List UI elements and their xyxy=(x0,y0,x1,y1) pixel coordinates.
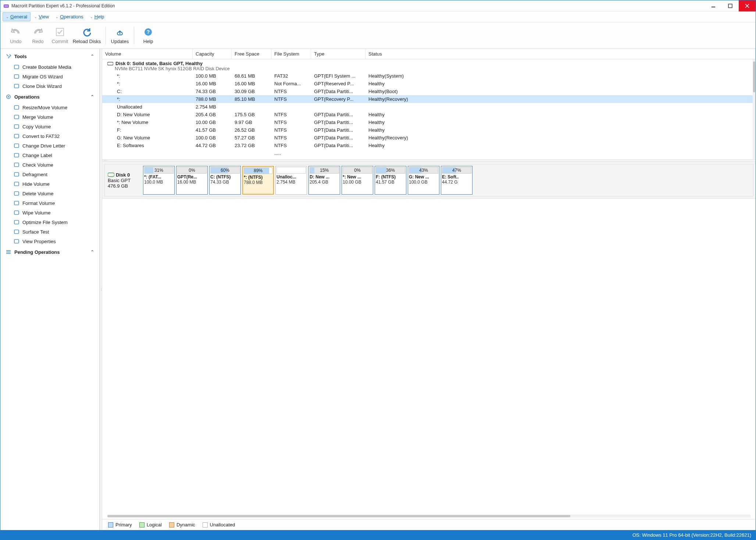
col-volume[interactable]: Volume xyxy=(102,49,193,59)
partition-box[interactable]: 43%G: New ...100.0 GB xyxy=(408,166,439,195)
commit-button[interactable]: Commit xyxy=(49,27,71,44)
sidebar-op-item[interactable]: Format Volume xyxy=(0,198,99,208)
sidebar-op-item[interactable]: Delete Volume xyxy=(0,189,99,198)
volume-row[interactable]: C:74.33 GB30.09 GBNTFSGPT(Data Partiti..… xyxy=(102,88,756,95)
partition-box[interactable]: 31%*: (FAT...100.0 MB xyxy=(143,166,175,195)
gear-icon xyxy=(6,94,11,100)
cell-free: 30.09 GB xyxy=(232,88,271,95)
usage-bar xyxy=(277,167,306,174)
sidebar-op-item[interactable]: Change Label xyxy=(0,150,99,160)
menu-help[interactable]: ⌄ Help xyxy=(87,13,107,21)
cell-fs: NTFS xyxy=(271,111,311,118)
menu-general[interactable]: ⌄ General xyxy=(3,12,31,21)
item-icon xyxy=(14,191,19,196)
sidebar-op-item[interactable]: Copy Volume xyxy=(0,122,99,131)
col-status[interactable]: Status xyxy=(365,49,756,59)
redo-button[interactable]: Redo xyxy=(27,27,49,44)
sidebar-op-item[interactable]: Surface Test xyxy=(0,227,99,237)
col-free[interactable]: Free Space xyxy=(232,49,271,59)
menubar: ⌄ General⌄ View⌄ Operations⌄ Help xyxy=(0,11,756,22)
close-button[interactable] xyxy=(739,0,756,11)
menu-operations[interactable]: ⌄ Operations xyxy=(53,13,86,21)
volume-row[interactable]: *:16.00 MB16.00 MBNot Forma...GPT(Reserv… xyxy=(102,80,756,88)
menu-view[interactable]: ⌄ View xyxy=(31,13,52,21)
col-capacity[interactable]: Capacity xyxy=(193,49,232,59)
volume-row[interactable]: *:100.0 MB68.61 MBFAT32GPT(EFI System ..… xyxy=(102,72,756,80)
partition-size: 41.57 GB xyxy=(376,180,405,185)
cell-type: GPT(Data Partiti... xyxy=(311,127,365,133)
item-icon xyxy=(14,238,19,244)
operations-section-header[interactable]: Operations ⌃ xyxy=(0,91,99,103)
legend: Primary Logical Dynamic Unallocated xyxy=(102,519,756,530)
horizontal-splitter[interactable]: ⋯ xyxy=(102,159,756,162)
partition-label: *: (NTFS) xyxy=(244,175,272,180)
volume-row[interactable]: *: New Volume10.00 GB9.97 GBNTFSGPT(Data… xyxy=(102,118,756,126)
undo-button[interactable]: Undo xyxy=(5,27,27,44)
col-filesystem[interactable]: File System xyxy=(271,49,311,59)
volume-row[interactable]: F:41.57 GB26.52 GBNTFSGPT(Data Partiti..… xyxy=(102,126,756,134)
undo-icon xyxy=(11,27,21,37)
svg-rect-12 xyxy=(14,106,19,109)
svg-rect-16 xyxy=(14,144,19,148)
side-item-label: Check Volume xyxy=(22,162,53,168)
sidebar-op-item[interactable]: Wipe Volume xyxy=(0,208,99,217)
vertical-splitter[interactable]: ⋮ xyxy=(100,49,102,530)
partition-box[interactable]: 36%F: (NTFS)41.57 GB xyxy=(375,166,406,195)
sidebar-op-item[interactable]: View Properties xyxy=(0,237,99,246)
maximize-button[interactable] xyxy=(722,0,739,11)
svg-rect-1 xyxy=(4,5,8,7)
partition-box[interactable]: Unalloc...2.754 MB xyxy=(275,166,307,195)
cell-volume: E: Softwares xyxy=(102,142,193,149)
diskmap-area: Disk 0 Basic GPT 476.9 GB 31%*: (FAT...1… xyxy=(102,162,756,199)
reload-label: Reload Disks xyxy=(73,39,101,44)
volume-row[interactable]: Unallocated2.754 MB xyxy=(102,103,756,111)
sidebar-op-item[interactable]: Defragment xyxy=(0,170,99,179)
sidebar-op-item[interactable]: Change Drive Letter xyxy=(0,141,99,150)
partition-size: 16.00 MB xyxy=(177,180,207,185)
volume-row[interactable]: D: New Volume205.4 GB175.5 GBNTFSGPT(Dat… xyxy=(102,111,756,118)
sidebar-op-item[interactable]: Check Volume xyxy=(0,160,99,170)
partition-box[interactable]: 0%GPT(Re...16.00 MB xyxy=(176,166,208,195)
sidebar-tool-item[interactable]: Migrate OS Wizard xyxy=(0,72,99,81)
col-type[interactable]: Type xyxy=(311,49,365,59)
tools-section-header[interactable]: Tools ⌃ xyxy=(0,50,99,62)
usage-bar: 0% xyxy=(177,167,207,174)
disk-header[interactable]: Disk 0: Solid state, Basic GPT, Healthy … xyxy=(102,59,756,72)
side-item-label: Create Bootable Media xyxy=(22,64,71,70)
partition-box[interactable]: 15%D: New ...205.4 GB xyxy=(309,166,340,195)
sidebar-op-item[interactable]: Convert to FAT32 xyxy=(0,131,99,141)
chevron-up-icon: ⌃ xyxy=(90,249,94,255)
partition-label: G: New ... xyxy=(409,174,438,180)
vertical-scrollbar[interactable] xyxy=(753,59,756,159)
partition-box[interactable]: 0%*: New ...10.00 GB xyxy=(342,166,373,195)
help-button[interactable]: ? Help xyxy=(137,27,159,44)
minimize-button[interactable] xyxy=(705,0,722,11)
help-label: Help xyxy=(143,39,153,44)
sidebar-op-item[interactable]: Hide Volume xyxy=(0,179,99,189)
partition-box[interactable]: 89%*: (NTFS)788.0 MB xyxy=(242,166,274,195)
sidebar-op-item[interactable]: Resize/Move Volume xyxy=(0,103,99,112)
sidebar-op-item[interactable]: Merge Volume xyxy=(0,112,99,122)
reload-disks-button[interactable]: Reload Disks xyxy=(71,27,103,44)
sidebar-tool-item[interactable]: Clone Disk Wizard xyxy=(0,81,99,91)
horizontal-scrollbar[interactable] xyxy=(107,515,750,518)
updates-button[interactable]: Updates xyxy=(109,27,131,44)
item-icon xyxy=(14,162,19,168)
cell-status: Healthy(Recovery) xyxy=(365,135,756,141)
cell-volume xyxy=(102,150,193,156)
partition-box[interactable]: 60%C: (NTFS)74.33 GB xyxy=(209,166,241,195)
partition-box[interactable]: 47%E: Soft..44.72 G xyxy=(441,166,473,195)
sidebar-op-item[interactable]: Optimize File System xyxy=(0,217,99,227)
diskmap-info[interactable]: Disk 0 Basic GPT 476.9 GB xyxy=(106,166,142,195)
usage-bar: 15% xyxy=(310,167,339,174)
cell-free xyxy=(232,104,271,110)
sidebar-tool-item[interactable]: Create Bootable Media xyxy=(0,62,99,72)
volume-row[interactable]: ..... xyxy=(102,149,756,157)
side-item-label: Hide Volume xyxy=(22,181,50,187)
volume-row[interactable]: G: New Volume100.0 GB57.27 GBNTFSGPT(Dat… xyxy=(102,134,756,142)
volume-row[interactable]: *:788.0 MB85.10 MBNTFSGPT(Recovery P...H… xyxy=(102,95,756,103)
volume-row[interactable]: E: Softwares44.72 GB23.72 GBNTFSGPT(Data… xyxy=(102,142,756,149)
usage-percent: 43% xyxy=(419,168,428,173)
partition-label: F: (NTFS) xyxy=(376,174,405,180)
pending-section-header[interactable]: Pending Operations ⌃ xyxy=(0,246,99,258)
